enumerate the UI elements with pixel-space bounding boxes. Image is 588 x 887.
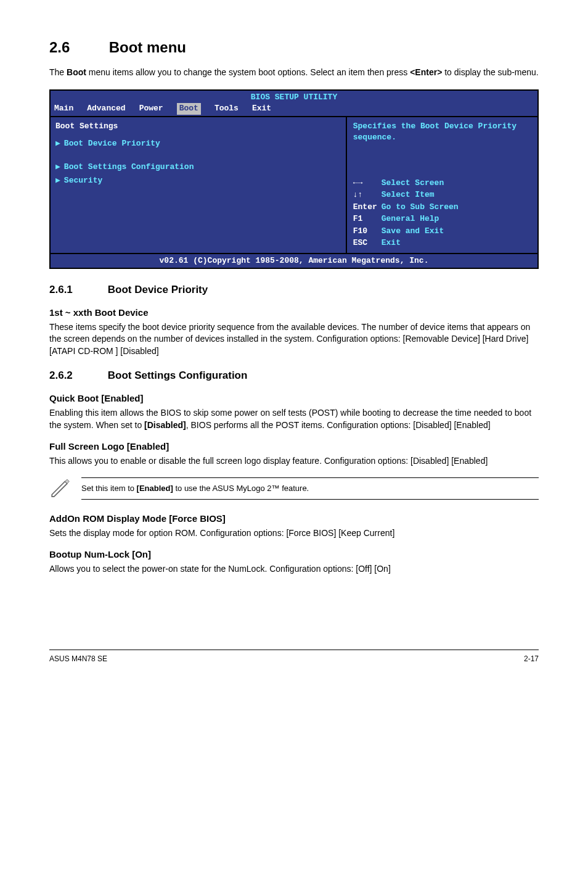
bios-body: Boot Settings ▶Boot Device Priority ▶Boo… bbox=[51, 116, 537, 253]
key-action: Exit bbox=[382, 238, 401, 247]
bios-help-panel: Specifies the Boot Device Priority seque… bbox=[347, 117, 537, 253]
text: Set this item to bbox=[81, 484, 137, 493]
key: ←→ bbox=[353, 177, 382, 189]
key: ESC bbox=[353, 237, 382, 249]
key-action: Go to Sub Screen bbox=[382, 202, 459, 212]
bios-item-security: ▶Security bbox=[55, 175, 341, 186]
triangle-right-icon: ▶ bbox=[55, 139, 60, 148]
subsection-number: 2.6.1 bbox=[49, 283, 105, 297]
key-row: ↓↑Select Item bbox=[353, 189, 531, 201]
item-1st-xxth: 1st ~ xxth Boot Device bbox=[49, 306, 539, 319]
para-addon-rom: Sets the display mode for option ROM. Co… bbox=[49, 527, 539, 540]
bios-tab-tools: Tools bbox=[214, 103, 239, 114]
bios-tab-boot: Boot bbox=[177, 103, 201, 114]
key: ↓↑ bbox=[353, 189, 382, 201]
text-bold: [Enabled] bbox=[137, 484, 173, 493]
para-quick-boot: Enabling this item allows the BIOS to sk… bbox=[49, 407, 539, 431]
text-bold: [Disabled] bbox=[144, 420, 186, 430]
bios-item-boot-settings-config: ▶Boot Settings Configuration bbox=[55, 162, 341, 173]
key-row: ←→Select Screen bbox=[353, 177, 531, 189]
key-action: Select Screen bbox=[382, 178, 444, 188]
item-addon-rom: AddOn ROM Display Mode [Force BIOS] bbox=[49, 512, 539, 525]
key: Enter bbox=[353, 201, 382, 213]
note-text: Set this item to [Enabled] to use the AS… bbox=[81, 477, 539, 500]
pencil-note-icon bbox=[49, 476, 70, 501]
bios-panel-heading: Boot Settings bbox=[55, 121, 341, 132]
key-action: Select Item bbox=[382, 190, 435, 199]
para-bootup-numlock: Allows you to select the power-on state … bbox=[49, 563, 539, 576]
subsection-title: Boot Settings Configuration bbox=[108, 369, 248, 381]
key-row: F10Save and Exit bbox=[353, 225, 531, 237]
bios-tab-bar: Main Advanced Power Boot Tools Exit bbox=[51, 103, 537, 115]
intro-bold-boot: Boot bbox=[67, 67, 86, 77]
section-title: Boot menu bbox=[109, 39, 186, 56]
para-full-screen-logo: This allows you to enable or disable the… bbox=[49, 455, 539, 468]
footer-right: 2-17 bbox=[524, 654, 539, 664]
bios-title: BIOS SETUP UTILITY bbox=[51, 91, 537, 103]
subsection-261: 2.6.1 Boot Device Priority bbox=[49, 283, 539, 297]
subsection-title: Boot Device Priority bbox=[108, 284, 208, 295]
key-action: General Help bbox=[382, 214, 439, 223]
page-footer: ASUS M4N78 SE 2-17 bbox=[49, 650, 539, 664]
text: , BIOS performs all the POST items. Conf… bbox=[186, 420, 491, 430]
triangle-right-icon: ▶ bbox=[55, 162, 60, 171]
intro-bold-enter: <Enter> bbox=[410, 67, 442, 77]
key: F1 bbox=[353, 213, 382, 225]
bios-screenshot: BIOS SETUP UTILITY Main Advanced Power B… bbox=[49, 89, 539, 269]
bios-key-help: ←→Select Screen ↓↑Select Item EnterGo to… bbox=[353, 177, 531, 249]
para-1st-xxth: These items specify the boot device prio… bbox=[49, 321, 539, 358]
section-heading: 2.6 Boot menu bbox=[49, 37, 539, 58]
bios-tab-main: Main bbox=[54, 103, 73, 114]
intro-text-pre: The bbox=[49, 67, 67, 77]
item-bootup-numlock: Bootup Num-Lock [On] bbox=[49, 548, 539, 561]
footer-left: ASUS M4N78 SE bbox=[49, 654, 107, 664]
bios-left-panel: Boot Settings ▶Boot Device Priority ▶Boo… bbox=[51, 117, 347, 253]
item-full-screen-logo: Full Screen Logo [Enabled] bbox=[49, 440, 539, 453]
key: F10 bbox=[353, 225, 382, 237]
bios-tab-advanced: Advanced bbox=[87, 103, 125, 114]
bios-tab-power: Power bbox=[139, 103, 163, 114]
text: to use the ASUS MyLogo 2™ feature. bbox=[173, 484, 309, 493]
bios-item-label: Security bbox=[64, 176, 102, 185]
bios-tab-exit: Exit bbox=[252, 103, 271, 114]
key-action: Save and Exit bbox=[382, 226, 444, 236]
intro-text-post: to display the sub-menu. bbox=[442, 67, 538, 77]
subsection-number: 2.6.2 bbox=[49, 368, 105, 383]
intro-paragraph: The Boot menu items allow you to change … bbox=[49, 67, 539, 79]
section-number: 2.6 bbox=[49, 37, 105, 58]
key-row: ESCExit bbox=[353, 237, 531, 249]
bios-item-label: Boot Device Priority bbox=[64, 139, 160, 148]
item-quick-boot: Quick Boot [Enabled] bbox=[49, 392, 539, 405]
subsection-262: 2.6.2 Boot Settings Configuration bbox=[49, 368, 539, 383]
bios-footer: v02.61 (C)Copyright 1985-2008, American … bbox=[51, 253, 537, 268]
bios-item-boot-device-priority: ▶Boot Device Priority bbox=[55, 138, 341, 149]
key-row: F1General Help bbox=[353, 213, 531, 225]
key-row: EnterGo to Sub Screen bbox=[353, 201, 531, 213]
bios-help-text: Specifies the Boot Device Priority seque… bbox=[353, 121, 531, 143]
spacer bbox=[55, 152, 341, 159]
triangle-right-icon: ▶ bbox=[55, 176, 60, 185]
intro-text-mid: menu items allow you to change the syste… bbox=[86, 67, 410, 77]
bios-item-label: Boot Settings Configuration bbox=[64, 162, 194, 171]
note-block: Set this item to [Enabled] to use the AS… bbox=[49, 476, 539, 501]
